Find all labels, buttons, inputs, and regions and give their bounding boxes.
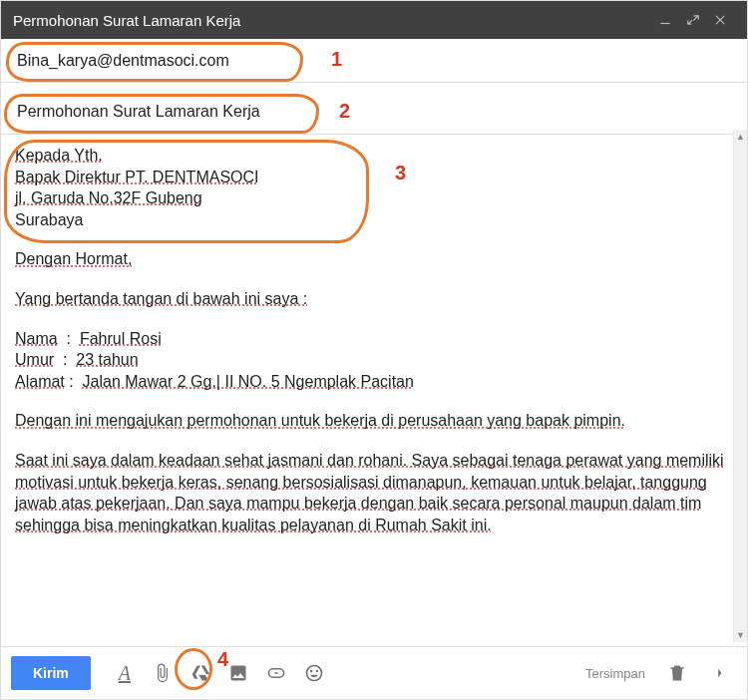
subject-input[interactable]	[15, 102, 733, 122]
titlebar: Permohonan Surat Lamaran Kerja	[1, 1, 747, 39]
body-text: Dengan Hormat,	[15, 250, 132, 267]
body-editor[interactable]: Kepada Yth. Bapak Direktur PT. DENTMASOC…	[1, 135, 747, 646]
minimize-button[interactable]	[651, 6, 679, 34]
send-button[interactable]: Kirim	[11, 656, 91, 690]
body-text: jl. Garuda No.32F Gubeng	[15, 189, 202, 206]
photo-icon[interactable]	[220, 656, 256, 690]
body-text: 23 tahun	[76, 351, 138, 368]
svg-rect-0	[660, 23, 669, 24]
body-text: Bapak Direktur PT. DENTMASOCI	[15, 169, 259, 185]
body-text: Yang bertanda tangan di bawah ini saya :	[15, 290, 307, 307]
saved-label: Tersimpan	[585, 666, 645, 681]
body-text: Fahrul Rosi	[80, 330, 162, 347]
close-button[interactable]	[707, 6, 735, 34]
drive-icon[interactable]	[183, 656, 218, 690]
window-title: Permohonan Surat Lamaran Kerja	[13, 12, 651, 29]
scrollbar[interactable]: ▲ ▼	[733, 130, 747, 642]
body-text: Umur	[15, 351, 54, 368]
trash-icon[interactable]	[659, 656, 695, 690]
scroll-up-icon[interactable]: ▲	[734, 130, 747, 144]
body-text: Jalan Mawar 2 Gg.| II NO. 5 Ngemplak Pac…	[83, 373, 414, 390]
compose-window: Permohonan Surat Lamaran Kerja Kepada Yt…	[0, 0, 748, 700]
scroll-down-icon[interactable]: ▼	[734, 628, 747, 642]
more-icon[interactable]	[701, 656, 737, 690]
body-text: Kepada Yth.	[15, 147, 103, 164]
body-text: Dengan ini mengajukan permohonan untuk b…	[15, 412, 625, 429]
to-row[interactable]	[1, 39, 747, 83]
format-icon[interactable]: A	[107, 656, 143, 690]
body-text: Nama	[15, 330, 58, 347]
body-text: Alamat	[15, 373, 65, 390]
fullscreen-button[interactable]	[679, 6, 707, 34]
link-icon[interactable]	[258, 656, 294, 690]
body-text: Surabaya	[15, 211, 84, 228]
toolbar: Kirim A Tersimpan	[1, 647, 747, 699]
subject-row[interactable]	[1, 89, 747, 135]
body-text: Saat ini saya dalam keadaan sehat jasman…	[15, 452, 724, 533]
emoji-icon[interactable]	[296, 656, 332, 690]
attach-icon[interactable]	[145, 656, 181, 690]
to-input[interactable]	[15, 51, 733, 71]
